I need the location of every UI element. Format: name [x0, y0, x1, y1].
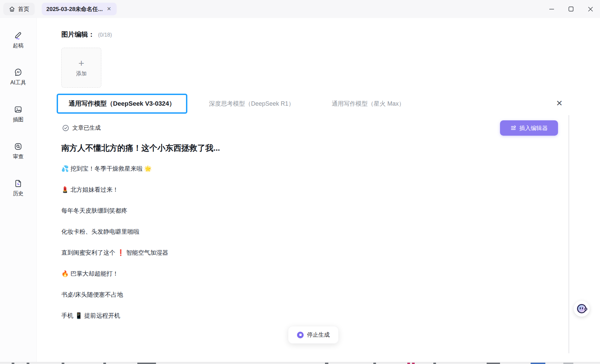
history-doc-icon — [14, 179, 23, 188]
add-label: 添加 — [76, 70, 87, 77]
maximize-button[interactable] — [561, 0, 581, 18]
article-line: 每年冬天皮肤绷到笑都疼 — [61, 206, 127, 216]
sidebar-item-review[interactable]: 审查 — [0, 142, 36, 160]
article-line: 💄 北方姐妹看过来！ — [61, 185, 118, 195]
main-panel: 图片编辑： (0/18) + 添加 通用写作模型（DeepSeek V3-032… — [37, 18, 600, 362]
sidebar-item-label: 审查 — [13, 153, 24, 160]
home-icon — [9, 6, 15, 12]
home-tab[interactable]: 首页 — [3, 3, 35, 15]
stop-generating-button[interactable]: 停止生成 — [288, 326, 339, 344]
model-tab-label: 通用写作模型（DeepSeek V3-0324） — [69, 99, 175, 108]
sidebar-item-label: 历史 — [13, 190, 24, 197]
scrollbar[interactable] — [568, 115, 569, 353]
minimize-button[interactable] — [542, 0, 561, 18]
window-controls — [542, 0, 600, 18]
review-magnifier-icon — [14, 142, 23, 151]
document-tab-close-icon[interactable]: ✕ — [106, 6, 112, 12]
document-tab-label: 2025-03-28未命名任... — [46, 5, 103, 13]
image-edit-heading: 图片编辑： (0/18) — [61, 30, 112, 39]
image-edit-count: (0/18) — [98, 32, 112, 38]
model-tab-label: 通用写作模型（星火 Max） — [332, 100, 405, 108]
stop-generating-label: 停止生成 — [307, 331, 330, 339]
article-title: 南方人不懂北方的痛！这个小东西拯救了我... — [61, 143, 220, 153]
app-window: 首页 2025-03-28未命名任... ✕ — [0, 0, 600, 364]
model-tab-deepseek-v3[interactable]: 通用写作模型（DeepSeek V3-0324） — [57, 94, 187, 114]
robot-face-icon — [575, 302, 589, 316]
article-line: 💦 挖到宝！冬季干燥救星来啦 🌟 — [61, 164, 152, 174]
home-tab-label: 首页 — [18, 5, 29, 13]
stop-circle-icon — [297, 332, 304, 338]
sidebar-item-draft[interactable]: 起稿 — [0, 31, 36, 49]
add-image-button[interactable]: + 添加 — [61, 48, 101, 88]
insert-lines-arrow-icon — [510, 125, 516, 131]
close-button[interactable] — [581, 0, 600, 18]
image-edit-title: 图片编辑： — [61, 30, 95, 39]
image-icon — [14, 105, 23, 114]
check-circle-icon — [62, 124, 69, 132]
model-tab-deepseek-r1[interactable]: 深度思考模型（DeepSeek R1） — [209, 94, 294, 114]
plus-icon: + — [78, 58, 84, 68]
sidebar-item-label: 起稿 — [13, 42, 24, 49]
model-tab-label: 深度思考模型（DeepSeek R1） — [209, 100, 294, 108]
sidebar-item-illustration[interactable]: 插图 — [0, 105, 36, 123]
ai-head-icon: AI — [14, 68, 23, 77]
article-line: 书桌/床头随便塞不占地 — [61, 290, 123, 300]
generation-status-label: 文章已生成 — [72, 124, 101, 132]
pencil-icon — [14, 31, 23, 40]
article-line: 手机 📱 提前远程开机 — [61, 311, 120, 321]
assistant-button[interactable] — [574, 301, 590, 317]
sidebar-item-history[interactable]: 历史 — [0, 179, 36, 197]
sidebar: 起稿 AI AI工具 插图 — [0, 18, 37, 362]
sidebar-item-label: AI工具 — [10, 79, 26, 86]
taskbar-peek — [0, 362, 600, 364]
generation-status: 文章已生成 — [62, 124, 101, 132]
panel-close-icon[interactable]: ✕ — [554, 98, 565, 109]
sidebar-item-ai-tools[interactable]: AI AI工具 — [0, 68, 36, 86]
svg-text:AI: AI — [17, 70, 19, 74]
sidebar-item-label: 插图 — [13, 116, 24, 123]
article-line: 直到闺蜜安利了这个 ❗ 智能空气加湿器 — [61, 248, 168, 258]
titlebar: 首页 2025-03-28未命名任... ✕ — [0, 0, 600, 18]
document-tab[interactable]: 2025-03-28未命名任... ✕ — [42, 3, 117, 15]
article-line: 化妆卡粉、头发静电噼里啪啦 — [61, 227, 139, 237]
insert-editor-label: 插入编辑器 — [519, 124, 548, 132]
insert-editor-button[interactable]: 插入编辑器 — [500, 120, 558, 136]
article-line: 🔥 巴掌大却超能打！ — [61, 269, 118, 279]
model-tab-spark-max[interactable]: 通用写作模型（星火 Max） — [332, 94, 405, 114]
